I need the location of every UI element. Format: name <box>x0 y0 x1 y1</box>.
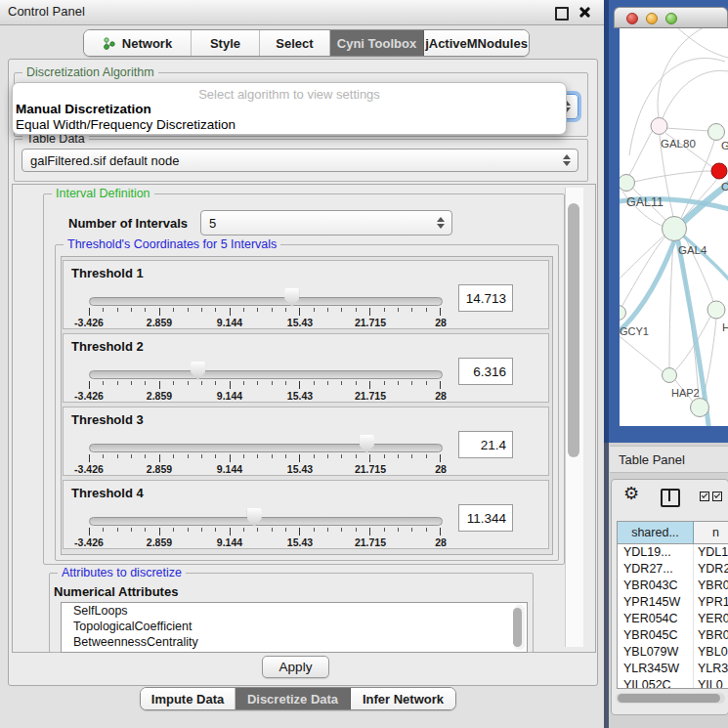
cell-shared-name[interactable]: YLR345W <box>618 661 694 677</box>
network-canvas[interactable]: GAL80GACGAL11GAL4GCY1HHAP2 <box>620 28 728 426</box>
attribute-item[interactable]: BetweennessCentrality <box>62 634 527 650</box>
cell-shared-name[interactable]: YIL052C <box>618 677 694 689</box>
checkbox-icon[interactable] <box>700 492 709 501</box>
network-node[interactable] <box>663 368 677 383</box>
table-row[interactable]: YER054CYER0 <box>618 611 728 627</box>
network-edge[interactable] <box>669 241 673 367</box>
network-node[interactable] <box>620 175 635 192</box>
list-scrollbar[interactable] <box>514 605 525 650</box>
tab-style[interactable]: Style <box>192 30 260 56</box>
tab-jactivemnodules[interactable]: jActiveMNodules <box>424 30 529 56</box>
apply-button[interactable]: Apply <box>262 656 329 678</box>
table-row[interactable]: YPR145WYPR1 <box>618 594 728 611</box>
slider-track[interactable] <box>89 297 443 306</box>
slider-track[interactable] <box>89 517 443 526</box>
threshold-value-field[interactable]: 14.713 <box>458 284 513 312</box>
horizontal-scrollbar-thumb[interactable] <box>618 694 720 703</box>
checkbox-icon[interactable] <box>712 492 722 501</box>
network-edge[interactable] <box>658 28 706 117</box>
tick-mark <box>201 308 202 312</box>
network-window-titlebar[interactable] <box>614 7 728 28</box>
popup-option-manual-discretization[interactable]: Manual Discretization <box>16 102 151 116</box>
cell-name[interactable]: YBR0 <box>694 627 728 644</box>
cell-name[interactable]: YBL0 <box>694 644 728 661</box>
tab-discretize-data[interactable]: Discretize Data <box>236 688 351 709</box>
cell-name[interactable]: YER0 <box>694 611 728 627</box>
vertical-scrollbar-thumb[interactable] <box>568 203 579 457</box>
minimize-traffic-light-icon[interactable] <box>646 13 658 24</box>
cell-shared-name[interactable]: YDL19... <box>618 544 694 561</box>
tick-label: 9.144 <box>217 317 242 328</box>
tick-mark <box>188 528 189 532</box>
table-data-combobox[interactable]: galFiltered.sif default node <box>21 149 578 172</box>
network-edge-highlighted[interactable] <box>683 236 728 280</box>
threshold-row: Threshold 3 -3.4262.8599.14415.4321.7152… <box>63 407 549 476</box>
network-node[interactable] <box>708 124 725 141</box>
cell-shared-name[interactable]: YBR045C <box>618 627 694 644</box>
gear-icon[interactable]: ⚙ <box>623 483 639 504</box>
close-icon[interactable] <box>578 6 590 18</box>
attribute-item[interactable]: TopologicalCoefficient <box>62 619 527 634</box>
cell-shared-name[interactable]: YDR27... <box>618 561 694 578</box>
tab-infer-network[interactable]: Infer Network <box>351 688 455 709</box>
close-traffic-light-icon[interactable] <box>626 13 638 24</box>
list-scrollbar-thumb[interactable] <box>513 608 522 647</box>
popup-option-equal-width-frequency[interactable]: Equal Width/Frequency Discretization <box>16 117 236 132</box>
tick-mark <box>159 381 160 389</box>
algorithm-dropdown-popup: Select algorithm to view settings Manual… <box>12 82 567 135</box>
column-header-name[interactable]: n <box>694 522 728 543</box>
cell-shared-name[interactable]: YER054C <box>618 611 694 627</box>
cell-name[interactable]: YDR2 <box>694 561 728 578</box>
numerical-attributes-list[interactable]: SelfLoopsTopologicalCoefficientBetweenne… <box>61 602 528 653</box>
table-row[interactable]: YDL19...YDL1 <box>618 544 728 561</box>
network-edge-highlighted[interactable] <box>620 238 675 337</box>
table-row[interactable]: YBR045CYBR0 <box>618 627 728 644</box>
cell-name[interactable]: YLR3 <box>694 661 728 677</box>
network-node[interactable] <box>707 301 725 319</box>
tick-mark <box>230 454 231 462</box>
tab-select[interactable]: Select <box>260 30 330 56</box>
table-row[interactable]: YLR345WYLR3 <box>618 661 728 677</box>
network-node[interactable] <box>651 118 667 135</box>
threshold-value-field[interactable]: 11.344 <box>458 504 513 532</box>
column-view-icon[interactable] <box>661 489 680 507</box>
table-row[interactable]: YIL052CYIL0 <box>618 677 728 689</box>
tab-network[interactable]: Network <box>84 30 192 56</box>
tick-label: 21.715 <box>355 463 386 475</box>
number-of-intervals-combobox[interactable]: 5 <box>200 210 452 236</box>
horizontal-scrollbar[interactable] <box>616 693 725 704</box>
threshold-value-field[interactable]: 6.316 <box>458 358 513 385</box>
cell-name[interactable]: YIL0 <box>694 677 728 689</box>
tick-mark <box>257 308 258 312</box>
tab-impute-data[interactable]: Impute Data <box>141 688 236 709</box>
threshold-value-field[interactable]: 21.4 <box>458 431 513 458</box>
cell-shared-name[interactable]: YBL079W <box>618 644 694 661</box>
attribute-item[interactable]: SelfLoops <box>62 603 527 619</box>
network-node[interactable] <box>663 217 687 241</box>
network-node[interactable] <box>620 306 626 321</box>
network-edge[interactable] <box>665 128 709 131</box>
cell-shared-name[interactable]: YPR145W <box>618 594 694 611</box>
network-node[interactable] <box>691 399 709 417</box>
cell-name[interactable]: YDL1 <box>694 544 728 561</box>
table-row[interactable]: YBL079WYBL0 <box>618 644 728 661</box>
cell-name[interactable]: YPR1 <box>694 594 728 611</box>
table-row[interactable]: YDR27...YDR2 <box>618 561 728 578</box>
cell-name[interactable]: YBR0 <box>694 578 728 594</box>
tab-label: Discretize Data <box>247 692 338 707</box>
float-window-icon[interactable] <box>555 7 569 21</box>
zoom-traffic-light-icon[interactable] <box>665 13 677 24</box>
network-edge[interactable] <box>678 28 728 58</box>
cell-shared-name[interactable]: YBR043C <box>618 578 694 594</box>
tick-mark <box>215 308 216 312</box>
application-window: Control Panel Network Style Select <box>0 0 728 728</box>
network-node[interactable] <box>711 163 727 179</box>
column-header-shared-name[interactable]: shared... <box>618 522 694 543</box>
threshold-label: Threshold 2 <box>71 339 144 354</box>
network-edge[interactable] <box>620 333 664 372</box>
tab-cyni-toolbox[interactable]: Cyni Toolbox <box>330 30 424 56</box>
slider-track[interactable] <box>89 444 443 452</box>
network-edge[interactable] <box>663 70 728 118</box>
table-row[interactable]: YBR043CYBR0 <box>618 578 728 594</box>
slider-track[interactable] <box>89 370 443 379</box>
